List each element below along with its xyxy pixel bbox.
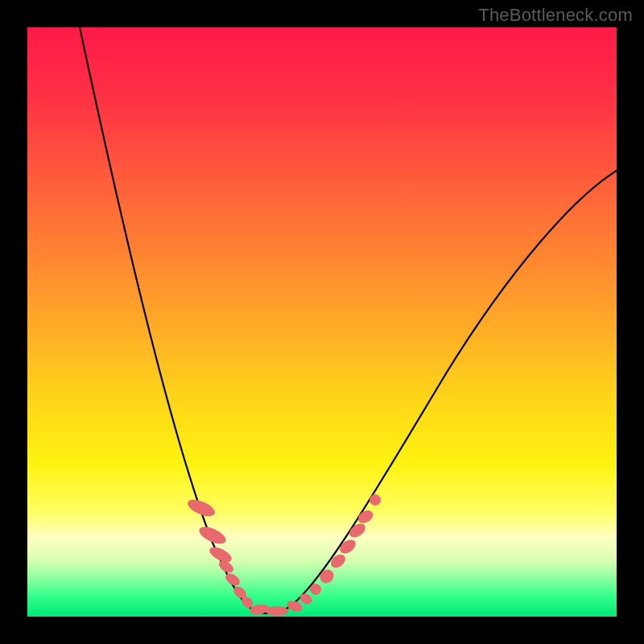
highlight-dot [185, 497, 217, 520]
highlight-dots [185, 492, 382, 616]
bottleneck-curve [80, 27, 617, 613]
highlight-dot [266, 606, 288, 616]
highlight-dot [317, 567, 336, 586]
highlight-dot [308, 581, 324, 597]
chart-frame [27, 27, 617, 617]
bottleneck-curve-layer [27, 27, 617, 617]
highlight-dot [286, 599, 304, 613]
highlight-dot [328, 551, 348, 570]
highlight-dot [367, 492, 382, 507]
highlight-dot [356, 508, 375, 526]
watermark-text: TheBottleneck.com [478, 5, 633, 26]
